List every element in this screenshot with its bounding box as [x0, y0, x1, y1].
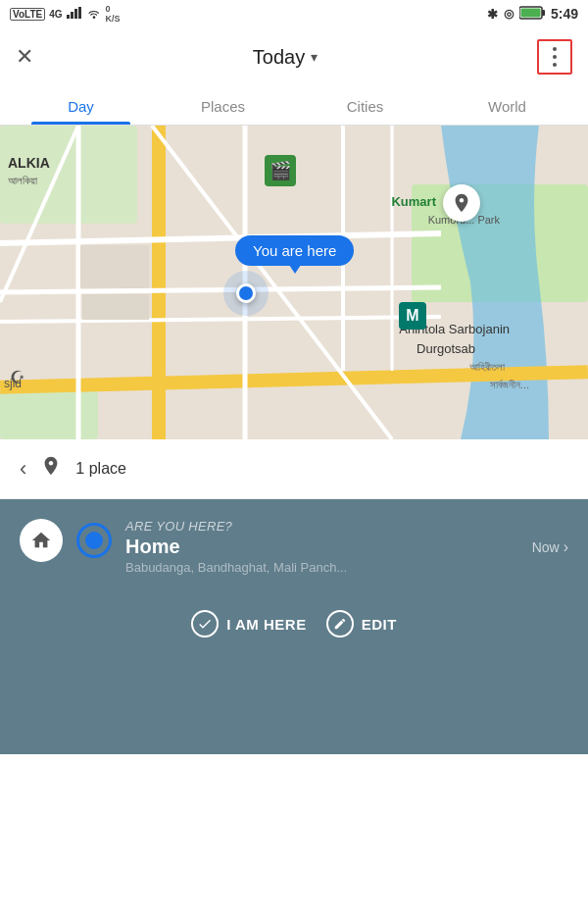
svg-text:🎬: 🎬 — [270, 160, 292, 181]
home-icon-circle — [20, 519, 63, 562]
close-button[interactable]: ✕ — [16, 44, 33, 70]
svg-rect-1 — [71, 12, 74, 19]
blue-dot-inner — [85, 532, 103, 549]
svg-rect-2 — [74, 9, 77, 19]
location-item: ARE YOU HERE? Home Now › Babudanga, Band… — [20, 519, 568, 590]
edit-icon — [326, 610, 354, 638]
ahiritola-bangla: আহিরীতলা — [469, 361, 505, 374]
current-location-dot — [236, 283, 256, 303]
location-info: ARE YOU HERE? Home Now › Babudanga, Band… — [125, 519, 568, 575]
volte-label: VoLTE — [10, 8, 45, 21]
alkia-label: ALKIA — [8, 155, 50, 171]
i-am-here-button[interactable]: I AM HERE — [191, 610, 306, 638]
time-label: 5:49 — [551, 6, 578, 22]
kumar-label: Kumart — [391, 194, 436, 209]
location-icon: ◎ — [504, 7, 514, 21]
more-options-button[interactable] — [537, 39, 572, 75]
title-arrow: ▾ — [311, 49, 318, 65]
you-are-here-bubble: You are here — [235, 235, 354, 266]
check-icon — [191, 610, 219, 638]
signal-bars — [67, 7, 82, 21]
tab-world[interactable]: World — [436, 86, 578, 125]
svg-rect-0 — [67, 15, 70, 19]
mosque-icon: ☪ — [10, 367, 25, 388]
status-right: ✱ ◎ 5:49 — [487, 6, 578, 23]
wifi-icon — [86, 7, 102, 21]
battery-icon — [519, 6, 545, 23]
edit-button[interactable]: EDIT — [326, 610, 397, 638]
title-text: Today — [253, 46, 305, 69]
tab-day[interactable]: Day — [10, 86, 152, 125]
tab-cities[interactable]: Cities — [294, 86, 436, 125]
tab-places[interactable]: Places — [152, 86, 294, 125]
action-buttons-row: I AM HERE EDIT — [20, 590, 568, 661]
signal-4g: 4G — [49, 9, 62, 20]
bluetooth-icon: ✱ — [487, 7, 498, 22]
svg-rect-12 — [152, 126, 166, 439]
svg-rect-5 — [542, 10, 545, 16]
kumoru-park-pin — [443, 184, 480, 222]
durgotsab-label: Durgotsab — [416, 341, 475, 356]
back-button[interactable]: ‹ — [20, 456, 26, 482]
chevron-right-icon[interactable]: › — [564, 538, 568, 556]
status-left: VoLTE 4G 0K/S — [10, 4, 121, 24]
places-count-label: 1 place — [75, 460, 126, 478]
alkia-bangla-label: আলকিয়া — [8, 175, 37, 187]
location-card: ARE YOU HERE? Home Now › Babudanga, Band… — [0, 499, 588, 754]
sarbojanin-bangla: সার্বজনীন... — [490, 379, 529, 391]
svg-rect-22 — [80, 245, 149, 288]
menu-dot-2 — [553, 55, 557, 59]
top-bar-title: Today ▾ — [253, 46, 318, 69]
status-bar: VoLTE 4G 0K/S ✱ ◎ 5:49 — [0, 0, 588, 27]
map-view[interactable]: 🎬 ALKIA আলকিয়া Kumart Kumoru... Park Ah… — [0, 126, 588, 439]
are-you-here-label: ARE YOU HERE? — [125, 519, 568, 534]
svg-rect-23 — [82, 294, 149, 320]
location-address: Babudanga, Bandhaghat, Mali Panch... — [125, 560, 568, 575]
places-summary-bar: ‹ 1 place — [0, 439, 588, 499]
location-time: Now › — [532, 538, 568, 556]
tab-bar: Day Places Cities World — [0, 86, 588, 126]
svg-rect-6 — [520, 8, 540, 17]
location-blue-dot — [76, 523, 112, 558]
svg-rect-3 — [78, 7, 81, 19]
menu-dot-1 — [553, 47, 557, 51]
metro-symbol: M — [406, 307, 418, 325]
location-name-row: Home Now › — [125, 536, 568, 558]
pin-icon — [40, 455, 62, 483]
data-speed: 0K/S — [106, 4, 121, 24]
location-name: Home — [125, 536, 180, 558]
metro-icon: M — [399, 302, 426, 330]
top-bar: ✕ Today ▾ — [0, 27, 588, 86]
menu-dot-3 — [553, 63, 557, 67]
